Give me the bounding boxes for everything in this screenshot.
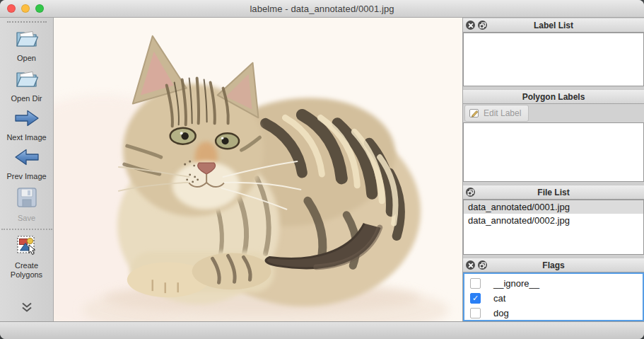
float-panel-button[interactable]	[478, 260, 487, 270]
open-button[interactable]: Open	[0, 28, 53, 63]
label-list-header: Label List	[463, 18, 644, 33]
polygon-labels-toolbar: Edit Label	[463, 104, 644, 122]
file-list-item[interactable]: data_annotated/0002.jpg	[464, 214, 643, 227]
close-window-button[interactable]	[7, 4, 16, 13]
close-panel-button[interactable]	[466, 21, 475, 30]
panel-title: Flags	[463, 260, 644, 270]
image-canvas[interactable]	[54, 18, 462, 321]
save-button[interactable]: Save	[0, 186, 53, 223]
file-list-panel: File List data_annotated/0001.jpgdata_an…	[463, 185, 644, 255]
tool-label: Create Polygons	[5, 261, 49, 280]
flag-label: dog	[493, 308, 509, 318]
panel-title: Label List	[463, 21, 644, 30]
flags-list[interactable]: __ignore__✓catdog	[463, 272, 644, 321]
minimize-window-button[interactable]	[21, 4, 30, 13]
cat-photo	[54, 18, 462, 321]
label-list-panel: Label List	[463, 18, 644, 86]
dock-panels: Label List Polygon Labels	[462, 18, 644, 321]
next-image-button[interactable]: Next Image	[0, 108, 53, 142]
panel-title: Polygon Labels	[463, 92, 644, 102]
edit-pencil-icon	[469, 108, 480, 119]
checkbox-unchecked-icon[interactable]	[470, 308, 481, 318]
open-dir-button[interactable]: Open Dir	[0, 68, 53, 103]
flag-row[interactable]: __ignore__	[464, 276, 643, 291]
folder-open-icon	[14, 68, 40, 92]
flag-label: cat	[493, 293, 505, 304]
edit-label-button[interactable]: Edit Label	[464, 105, 529, 122]
edit-label-text: Edit Label	[484, 108, 521, 118]
polygon-labels-list[interactable]	[463, 122, 644, 182]
prev-image-button[interactable]: Prev Image	[0, 147, 53, 181]
status-bar	[0, 321, 644, 339]
flag-row[interactable]: ✓cat	[464, 291, 643, 306]
toolbar: Open Open Dir	[0, 18, 54, 321]
create-polygons-button[interactable]: Create Polygons	[0, 235, 53, 280]
floppy-disk-icon	[16, 186, 38, 212]
checkbox-checked-icon[interactable]: ✓	[470, 293, 481, 304]
panel-title: File List	[463, 188, 644, 197]
double-chevron-down-icon	[21, 303, 33, 315]
polygon-shapes-icon	[16, 235, 37, 259]
window-title: labelme - data_annotated/0001.jpg	[0, 4, 644, 14]
toolbar-overflow-button[interactable]	[21, 301, 33, 316]
flag-row[interactable]: dog	[464, 306, 643, 321]
traffic-lights	[7, 4, 44, 13]
zoom-window-button[interactable]	[35, 4, 44, 13]
close-panel-button[interactable]	[466, 260, 475, 270]
toolbar-drag-handle[interactable]	[7, 21, 47, 23]
float-panel-button[interactable]	[466, 188, 475, 197]
tool-label: Save	[18, 214, 35, 223]
file-list-header: File List	[463, 185, 644, 200]
polygon-labels-panel: Polygon Labels Edit Label	[463, 89, 644, 182]
titlebar: labelme - data_annotated/0001.jpg	[0, 0, 644, 18]
tool-label: Open	[17, 54, 36, 63]
float-panel-button[interactable]	[478, 21, 487, 30]
flag-label: __ignore__	[493, 278, 539, 289]
folder-open-icon	[14, 28, 40, 52]
arrow-right-icon	[13, 108, 40, 131]
label-list[interactable]	[463, 33, 644, 86]
flags-header: Flags	[463, 258, 644, 272]
tool-label: Open Dir	[11, 94, 42, 103]
file-list[interactable]: data_annotated/0001.jpgdata_annotated/00…	[463, 200, 644, 255]
tool-label: Prev Image	[6, 172, 46, 181]
polygon-labels-header: Polygon Labels	[463, 89, 644, 104]
labelme-window: labelme - data_annotated/0001.jpg Open	[0, 0, 644, 339]
toolbar-separator	[1, 229, 52, 230]
flags-panel: Flags __ignore__✓catdog	[463, 258, 644, 321]
checkbox-unchecked-icon[interactable]	[470, 278, 481, 289]
arrow-left-icon	[13, 147, 40, 170]
tool-label: Next Image	[6, 133, 46, 142]
file-list-item[interactable]: data_annotated/0001.jpg	[464, 200, 643, 214]
